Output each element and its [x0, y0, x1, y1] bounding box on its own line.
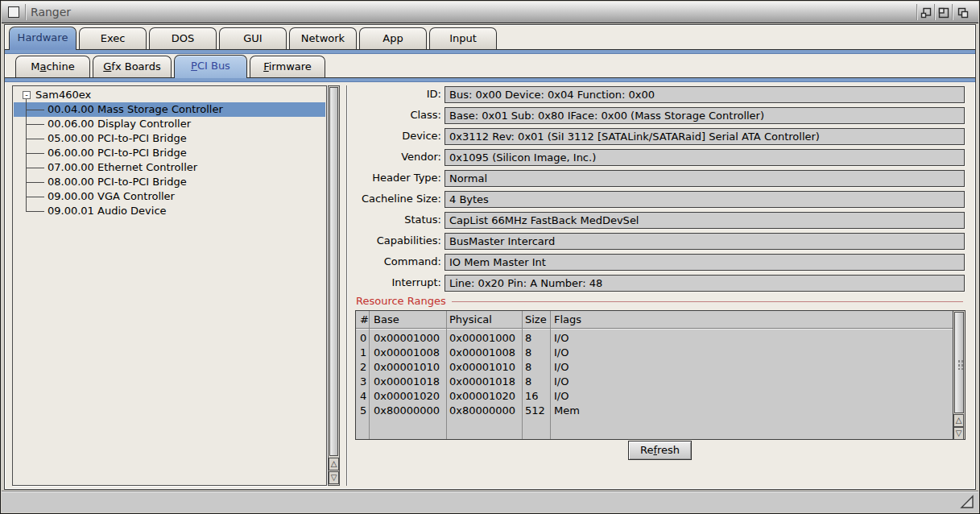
tab-input[interactable]: Input: [429, 27, 497, 49]
tree-item[interactable]: 09.00.00 VGA Controller: [14, 189, 325, 204]
ranger-window: Ranger Hardware Exec DO: [0, 0, 980, 514]
tree-item[interactable]: 06.00.00 PCI-to-PCI Bridge: [14, 146, 325, 160]
resource-ranges-title: Resource Ranges: [356, 295, 446, 307]
tab-exec[interactable]: Exec: [79, 27, 147, 49]
table-row[interactable]: 3 0x00001018 0x00001018 8 I/O: [356, 375, 952, 389]
subtab-firmware[interactable]: Firmware: [250, 56, 325, 77]
pci-device-tree[interactable]: - Sam460ex 00.04.00 Mass Storage Control…: [12, 85, 327, 486]
tree-item[interactable]: 05.00.00 PCI-to-PCI Bridge: [14, 131, 325, 146]
cell-index: 5: [360, 404, 370, 418]
cell-base: 0x00001010: [374, 360, 445, 375]
table-row[interactable]: 5 0x80000000 0x80000000 512 Mem: [356, 404, 952, 418]
cell-base: 0x80000000: [374, 404, 445, 418]
field-id[interactable]: Bus: 0x00 Device: 0x04 Function: 0x00: [445, 86, 965, 103]
subtab-pci-bus[interactable]: PCI Bus: [174, 55, 247, 78]
resource-ranges-table[interactable]: # Base Physical Size Flags 0 0x00001000 …: [355, 310, 966, 440]
window-title: Ranger: [31, 6, 71, 19]
field-value: Bus: 0x00 Device: 0x04 Function: 0x00: [449, 89, 655, 101]
tree-root[interactable]: - Sam460ex: [14, 88, 325, 102]
collapse-icon[interactable]: -: [23, 91, 31, 99]
iconify-icon[interactable]: [918, 5, 933, 20]
field-command[interactable]: IO Mem Master Int: [445, 254, 965, 271]
resize-icon[interactable]: [959, 494, 975, 512]
scroll-down-button[interactable]: ▽: [329, 471, 339, 484]
table-row[interactable]: 2 0x00001010 0x00001010 8 I/O: [356, 360, 952, 375]
tree-scrollbar[interactable]: △ ▽: [328, 85, 340, 486]
scroll-up-button[interactable]: △: [953, 414, 964, 427]
column-header[interactable]: Size: [525, 311, 549, 329]
tab-label: App: [382, 32, 403, 44]
tree-item[interactable]: 07.00.00 Ethernet Controller: [14, 160, 325, 175]
table-scrollbar[interactable]: △ ▽: [953, 311, 965, 439]
field-vendor[interactable]: 0x1095 (Silicon Image, Inc.): [445, 149, 965, 166]
tree-line: [26, 139, 44, 139]
column-header[interactable]: Flags: [554, 311, 900, 329]
arrow-up-icon: △: [331, 459, 337, 468]
tree-item-label: 09.00.01 Audio Device: [48, 204, 167, 218]
field-row-vendor: Vendor: 0x1095 (Silicon Image, Inc.): [351, 149, 965, 166]
field-value: IO Mem Master Int: [449, 256, 546, 268]
field-cacheline-size[interactable]: 4 Bytes: [445, 191, 965, 208]
titlebar-divider: [916, 4, 917, 20]
cell-base: 0x00001020: [374, 389, 445, 404]
tab-hardware[interactable]: Hardware: [9, 27, 76, 50]
depth-icon[interactable]: [955, 5, 970, 20]
table-row[interactable]: 0 0x00001000 0x00001000 8 I/O: [356, 331, 952, 346]
tree-item[interactable]: 00.06.00 Display Controller: [14, 117, 325, 131]
tab-label: Hardware: [18, 31, 68, 44]
tab-gui[interactable]: GUI: [219, 27, 287, 49]
field-label: Header Type:: [351, 172, 441, 184]
cell-physical: 0x00001000: [449, 331, 520, 346]
field-status[interactable]: CapList 66MHz FastBack MedDevSel: [445, 212, 965, 229]
field-label: Capabilities:: [351, 234, 441, 247]
cell-physical: 0x80000000: [449, 404, 520, 418]
column-header[interactable]: Base: [374, 311, 445, 329]
scroll-up-button[interactable]: △: [329, 458, 339, 470]
group-divider: [452, 301, 963, 302]
cell-flags: I/O: [554, 346, 900, 360]
field-value: BusMaster Intercard: [449, 235, 555, 247]
field-row-command: Command: IO Mem Master Int: [351, 254, 965, 271]
scrollbar-grip-icon: [957, 359, 963, 370]
scroll-down-button[interactable]: ▽: [953, 427, 964, 440]
field-capabilities[interactable]: BusMaster Intercard: [445, 233, 965, 250]
tree-item[interactable]: 00.04.00 Mass Storage Controller: [14, 102, 325, 117]
titlebar-divider: [934, 4, 935, 20]
close-icon[interactable]: [8, 6, 19, 18]
titlebar[interactable]: Ranger: [2, 2, 978, 23]
tab-label: DOS: [172, 32, 195, 44]
tab-network[interactable]: Network: [289, 27, 357, 49]
pane-divider: [346, 85, 347, 486]
field-class[interactable]: Base: 0x01 Sub: 0x80 IFace: 0x00 (Mass S…: [445, 107, 965, 124]
scrollbar-thumb[interactable]: [954, 312, 964, 413]
field-value: Base: 0x01 Sub: 0x80 IFace: 0x00 (Mass S…: [449, 110, 764, 122]
tree-item-label: 08.00.00 PCI-to-PCI Bridge: [48, 175, 187, 189]
tab-dos[interactable]: DOS: [149, 27, 217, 49]
cell-index: 4: [360, 389, 370, 404]
refresh-button[interactable]: Refresh: [628, 441, 692, 460]
field-row-id: ID: Bus: 0x00 Device: 0x04 Function: 0x0…: [351, 86, 965, 103]
tab-accent-strip: [5, 49, 975, 54]
scrollbar-thumb[interactable]: [329, 87, 338, 456]
tree-item[interactable]: 09.00.01 Audio Device: [14, 204, 325, 218]
tab-mnemonic: G: [103, 60, 111, 73]
field-header-type[interactable]: Normal: [445, 170, 965, 187]
field-row-interrupt: Interrupt: Line: 0x20 Pin: A Number: 48: [351, 275, 965, 292]
cell-flags: I/O: [554, 375, 900, 389]
tree-item-label: 06.00.00 PCI-to-PCI Bridge: [48, 146, 187, 160]
table-row[interactable]: 1 0x00001008 0x00001008 8 I/O: [356, 346, 952, 360]
field-interrupt[interactable]: Line: 0x20 Pin: A Number: 48: [445, 275, 965, 292]
subtab-gfx-boards[interactable]: Gfx Boards: [93, 56, 172, 77]
arrow-down-icon: ▽: [331, 473, 337, 482]
tree-item[interactable]: 08.00.00 PCI-to-PCI Bridge: [14, 175, 325, 189]
tab-app[interactable]: App: [359, 27, 427, 49]
table-row[interactable]: 4 0x00001020 0x00001020 16 I/O: [356, 389, 952, 404]
cell-index: 0: [360, 331, 370, 346]
field-device[interactable]: 0x3112 Rev: 0x01 (SiI 3112 [SATALink/SAT…: [445, 128, 965, 145]
tree-item-label: 07.00.00 Ethernet Controller: [48, 160, 197, 175]
field-row-class: Class: Base: 0x01 Sub: 0x80 IFace: 0x00 …: [351, 107, 965, 124]
subtab-machine[interactable]: Machine: [15, 56, 90, 77]
tab-label: M: [31, 60, 39, 73]
zoom-icon[interactable]: [936, 5, 951, 20]
column-header[interactable]: Physical: [449, 311, 520, 329]
